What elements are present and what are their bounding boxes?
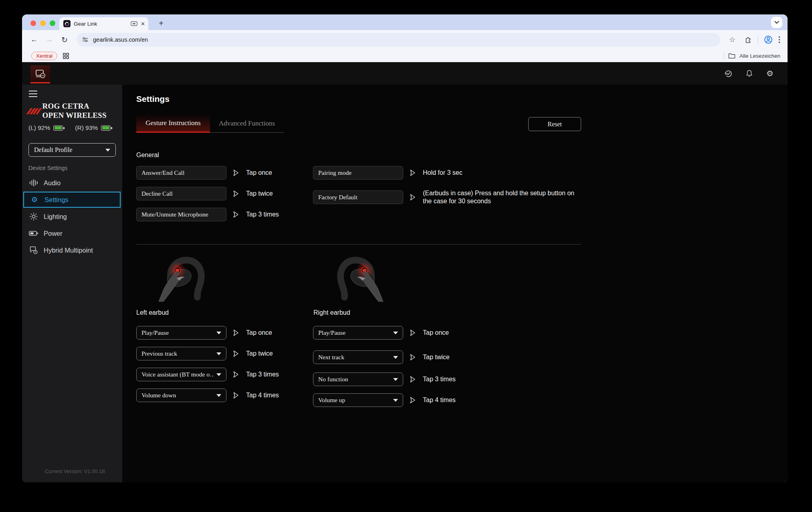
sidebar-item-label: Hybrid Multipoint	[44, 247, 93, 254]
main-content: Settings Gesture Instructions Advanced F…	[122, 85, 788, 482]
app-version: Current Version: V1.00.18	[45, 468, 105, 474]
general-left-rows: Answer/End Call Tap once Decline Call	[136, 166, 313, 229]
all-bookmarks[interactable]: Alle Lesezeichen	[724, 52, 780, 59]
dropdown-value: Previous track	[141, 350, 177, 357]
bookmark-xentral[interactable]: Xentral	[31, 52, 57, 60]
gesture-label: (Earbuds in case) Press and hold the set…	[423, 189, 582, 205]
url-bar[interactable]: gearlink.asus.com/en	[77, 33, 720, 47]
settings-gear-icon[interactable]: ⚙	[765, 69, 775, 78]
battery-left-label: (L) 92%	[28, 124, 50, 132]
profile-icon[interactable]	[764, 35, 773, 44]
battery-right-icon	[101, 125, 111, 131]
battery-left-icon	[53, 125, 63, 131]
settings-tabs: Gesture Instructions Advanced Functions	[136, 114, 406, 133]
new-tab-button[interactable]: +	[156, 18, 167, 29]
sidebar-item-lighting[interactable]: Lighting	[22, 208, 122, 225]
play-arrow-icon	[232, 350, 239, 357]
reload-icon[interactable]: ↻	[58, 33, 71, 46]
dropdown-value: Volume up	[318, 397, 345, 404]
sidebar-item-power[interactable]: Power	[22, 225, 122, 242]
action-dropdown[interactable]: No function	[313, 372, 403, 386]
gesture-row: Play/Pause Tap once	[313, 326, 788, 340]
sidebar: ROG CETRA OPEN WIRELESS (L) 92% (R) 93% …	[22, 85, 122, 482]
action-dropdown[interactable]: Play/Pause	[313, 326, 403, 340]
app-header-icons: ⚙	[723, 62, 775, 85]
gesture-row: Play/Pause Tap once	[136, 326, 313, 340]
chevron-down-icon	[216, 373, 221, 376]
gesture-label: Tap once	[246, 329, 272, 336]
tab-gesture-instructions[interactable]: Gesture Instructions	[136, 114, 210, 133]
action-dropdown[interactable]: Next track	[313, 350, 403, 364]
media-control-icon[interactable]	[131, 21, 137, 26]
action-box: Pairing mode	[313, 166, 403, 180]
sidebar-item-hybrid-multipoint[interactable]: Hybrid Multipoint	[22, 242, 122, 259]
tab-advanced-functions[interactable]: Advanced Functions	[210, 114, 284, 133]
tab-title: Gear Link	[74, 21, 127, 27]
dropdown-value: No function	[318, 376, 348, 383]
browser-tab[interactable]: Gear Link ✕	[59, 17, 148, 30]
action-dropdown[interactable]: Volume up	[313, 393, 403, 407]
general-grid: Answer/End Call Tap once Decline Call	[136, 166, 788, 229]
close-window-button[interactable]	[30, 20, 36, 26]
hamburger-menu-icon[interactable]	[29, 89, 39, 98]
forward-icon[interactable]: →	[43, 33, 56, 46]
action-dropdown[interactable]: Volume down	[136, 389, 226, 402]
site-settings-icon[interactable]	[82, 37, 88, 42]
extensions-icon[interactable]	[744, 36, 752, 44]
reset-button[interactable]: Reset	[528, 117, 581, 131]
gesture-row: Previous track Tap twice	[136, 347, 313, 360]
app-logo-tile[interactable]	[30, 65, 50, 83]
bookmark-star-icon[interactable]: ☆	[726, 33, 739, 46]
play-arrow-icon	[232, 371, 239, 378]
update-check-icon[interactable]	[723, 69, 733, 78]
bookmark-apps-grid-icon[interactable]	[63, 53, 69, 59]
gesture-label: Tap twice	[246, 190, 273, 197]
menu-kebab-icon[interactable]	[778, 36, 780, 43]
play-arrow-icon	[409, 354, 416, 361]
hybrid-multipoint-icon	[29, 246, 38, 254]
earbud-grid: Play/Pause Tap once	[136, 326, 788, 414]
chevron-down-icon	[216, 352, 221, 355]
gesture-label: Tap 4 times	[246, 392, 279, 399]
play-arrow-icon	[409, 194, 416, 201]
minimize-window-button[interactable]	[40, 20, 46, 26]
sidebar-item-audio[interactable]: Audio	[22, 174, 122, 191]
play-arrow-icon	[232, 211, 239, 218]
gesture-row: Answer/End Call Tap once	[136, 166, 313, 180]
gesture-row: Mute/Unmute Microphone Tap 3 times	[136, 208, 313, 221]
chevron-down-icon	[393, 378, 398, 381]
profile-select[interactable]: Default Profile	[28, 143, 116, 157]
fullscreen-window-button[interactable]	[50, 20, 55, 26]
action-dropdown[interactable]: Previous track	[136, 347, 226, 360]
tab-strip-chevron-button[interactable]	[771, 17, 782, 28]
play-arrow-icon	[409, 397, 416, 404]
earbud-labels: Left earbud Right earbud	[136, 309, 788, 317]
browser-window: Gear Link ✕ + ← → ↻ gearlink.asus.com/en…	[22, 14, 788, 482]
play-arrow-icon	[232, 169, 239, 176]
browser-toolbar: ← → ↻ gearlink.asus.com/en ☆	[22, 30, 788, 49]
left-earbud-illustration	[158, 255, 210, 302]
sidebar-item-settings[interactable]: ⚙ Settings	[23, 192, 121, 208]
page-title: Settings	[136, 94, 788, 104]
action-box: Answer/End Call	[136, 166, 226, 180]
bookmarks-separator	[724, 52, 724, 59]
dropdown-value: Volume down	[141, 392, 176, 399]
dropdown-value: Play/Pause	[318, 329, 345, 336]
chevron-down-icon	[393, 332, 398, 334]
chevron-down-icon	[105, 149, 110, 152]
right-earbud-illustration	[331, 255, 384, 302]
play-arrow-icon	[409, 169, 416, 176]
device-name: ROG CETRA OPEN WIRELESS	[42, 101, 111, 120]
action-dropdown[interactable]: Play/Pause	[136, 326, 226, 340]
toolbar-right: ☆	[726, 33, 780, 46]
gesture-row: Factory Default (Earbuds in case) Press …	[313, 189, 788, 205]
sidebar-item-label: Power	[44, 230, 63, 237]
back-icon[interactable]: ←	[28, 33, 40, 46]
tab-close-icon[interactable]: ✕	[141, 21, 145, 27]
notifications-bell-icon[interactable]	[744, 69, 754, 78]
action-dropdown[interactable]: Voice assistant (BT mode o…	[136, 368, 226, 381]
play-arrow-icon	[409, 329, 416, 336]
section-divider	[136, 244, 581, 245]
chevron-down-icon	[216, 332, 221, 334]
toolbar-separator	[758, 36, 758, 43]
